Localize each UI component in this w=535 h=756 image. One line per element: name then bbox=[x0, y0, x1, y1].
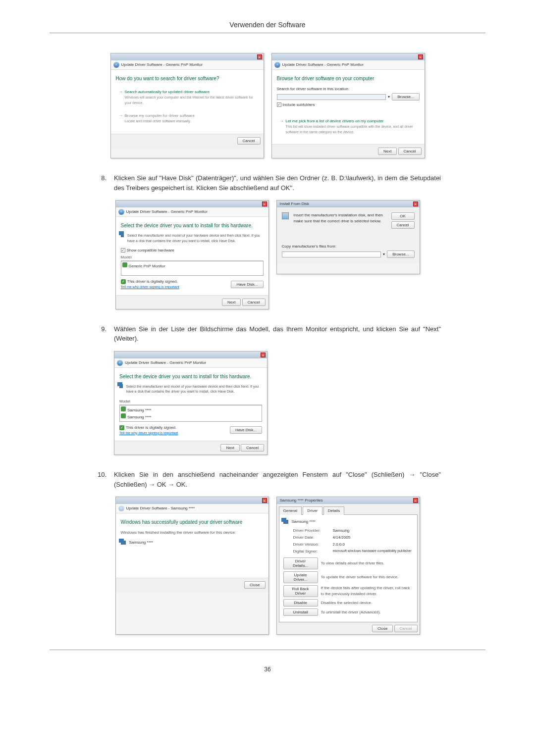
model-item: Samsung **** bbox=[127, 415, 151, 419]
dialog-heading: Windows has successfully updated your dr… bbox=[121, 518, 264, 526]
sub-text: Windows has finished installing the driv… bbox=[121, 530, 264, 536]
monitor-icon bbox=[283, 520, 288, 524]
device-icon bbox=[122, 262, 127, 267]
screenshot-row-3: × ‹ Update Driver Software - Generic PnP… bbox=[50, 351, 485, 455]
option-auto-search[interactable]: → Search automatically for updated drive… bbox=[116, 86, 259, 108]
desc: Disables the selected device. bbox=[321, 600, 413, 606]
rollback-button[interactable]: Roll Back Driver bbox=[283, 585, 318, 597]
close-icon[interactable]: × bbox=[257, 54, 262, 59]
label: Digital Signer: bbox=[293, 549, 333, 554]
desc: To uninstall the driver (Advanced). bbox=[321, 609, 413, 615]
nav-bar: ‹ Update Driver Software - Samsung **** bbox=[116, 504, 268, 513]
search-label: Search for driver software in this locat… bbox=[277, 86, 420, 92]
monitor-icon bbox=[119, 384, 123, 388]
step-9: 9. Wählen Sie in der Liste der Bildschir… bbox=[50, 324, 485, 344]
signed-text: This driver is digitally signed. bbox=[126, 425, 176, 430]
path-input[interactable] bbox=[277, 94, 386, 100]
titlebar: Install From Disk × bbox=[277, 201, 420, 207]
cancel-button[interactable]: Cancel bbox=[391, 221, 415, 229]
back-icon[interactable]: ‹ bbox=[113, 62, 119, 68]
back-icon[interactable]: ‹ bbox=[117, 360, 123, 366]
back-icon[interactable]: ‹ bbox=[274, 62, 280, 68]
option-title: Search automatically for updated driver … bbox=[125, 89, 256, 95]
option-desc: Locate and install driver software manua… bbox=[125, 119, 195, 124]
update-driver-button[interactable]: Update Driver... bbox=[283, 571, 318, 583]
uninstall-button[interactable]: Uninstall bbox=[283, 608, 318, 616]
browse-button[interactable]: Browse... bbox=[387, 251, 414, 258]
browse-button[interactable]: Browse... bbox=[392, 93, 419, 101]
screenshot-row-2: × ‹ Update Driver Software - Generic PnP… bbox=[50, 200, 485, 309]
dialog-select-driver-2: × ‹ Update Driver Software - Generic PnP… bbox=[114, 351, 268, 455]
dialog-title: Update Driver Software - Generic PnP Mon… bbox=[125, 360, 206, 366]
page-number: 36 bbox=[50, 665, 485, 674]
close-icon[interactable]: × bbox=[262, 498, 267, 503]
signing-link[interactable]: Tell me why driver signing is important bbox=[119, 431, 178, 436]
option-title: Browse my computer for driver software bbox=[125, 113, 195, 119]
cancel-button[interactable]: Cancel bbox=[398, 148, 422, 155]
desc: To update the driver software for this d… bbox=[321, 574, 413, 580]
label: Driver Version: bbox=[293, 542, 333, 548]
titlebar: × bbox=[111, 53, 264, 60]
dialog-title: Update Driver Software - Samsung **** bbox=[126, 505, 195, 511]
close-icon[interactable]: × bbox=[262, 202, 267, 206]
dialog-title: Update Driver Software - Generic PnP Mon… bbox=[126, 209, 208, 215]
close-icon[interactable]: × bbox=[418, 54, 423, 59]
driver-details-button[interactable]: Driver Details... bbox=[283, 557, 318, 569]
model-list[interactable]: Generic PnP Monitor bbox=[121, 261, 264, 276]
tab-general[interactable]: General bbox=[279, 506, 302, 515]
value: microsoft windows hardware compatibility… bbox=[333, 549, 412, 554]
screenshot-row-4: × ‹ Update Driver Software - Samsung ***… bbox=[50, 497, 485, 635]
cancel-button[interactable]: Cancel bbox=[241, 444, 264, 452]
dialog-properties: Samsung **** Properties × General Driver… bbox=[276, 497, 420, 635]
disable-button[interactable]: Disable bbox=[283, 599, 318, 606]
label: Driver Provider: bbox=[293, 528, 333, 534]
cancel-button[interactable]: Cancel bbox=[242, 299, 266, 306]
cancel-button[interactable]: Cancel bbox=[394, 625, 418, 632]
close-icon[interactable]: × bbox=[413, 498, 418, 503]
device-icon bbox=[121, 406, 126, 411]
have-disk-button[interactable]: Have Disk... bbox=[231, 281, 263, 288]
desc: To view details about the driver files. bbox=[321, 560, 413, 566]
nav-bar: ‹ Update Driver Software - Generic PnP M… bbox=[111, 60, 264, 70]
back-icon[interactable]: ‹ bbox=[118, 209, 124, 215]
compat-checkbox[interactable]: ✓ bbox=[121, 248, 125, 252]
signing-link[interactable]: Tell me why driver signing is important bbox=[121, 285, 179, 290]
dialog-title: Install From Disk bbox=[278, 201, 310, 207]
shield-icon: ✓ bbox=[119, 425, 124, 430]
ok-button[interactable]: OK bbox=[391, 212, 415, 220]
model-list[interactable]: Samsung **** Samsung **** bbox=[119, 405, 262, 422]
model-item: Samsung **** bbox=[127, 408, 151, 412]
tab-driver[interactable]: Driver bbox=[303, 506, 322, 515]
instruction-text: Select the manufacturer and model of you… bbox=[127, 233, 264, 244]
dialog-heading: Select the device driver you want to ins… bbox=[121, 222, 264, 229]
option-pick-list[interactable]: → Let me pick from a list of device driv… bbox=[277, 115, 420, 138]
close-button[interactable]: Close bbox=[372, 625, 393, 632]
disk-icon bbox=[282, 212, 289, 219]
next-button[interactable]: Next bbox=[222, 299, 241, 306]
step-number: 8. bbox=[94, 173, 114, 193]
option-browse[interactable]: → Browse my computer for driver software… bbox=[116, 110, 259, 127]
next-button[interactable]: Next bbox=[220, 444, 239, 452]
dialog-success: × ‹ Update Driver Software - Samsung ***… bbox=[115, 497, 269, 635]
have-disk-button[interactable]: Have Disk... bbox=[230, 426, 262, 434]
path-input[interactable] bbox=[282, 252, 381, 257]
model-label: Model bbox=[119, 399, 262, 405]
include-subfolders-checkbox[interactable]: ✓ bbox=[277, 102, 281, 107]
value: 4/14/2005 bbox=[333, 535, 351, 541]
cancel-button[interactable]: Cancel bbox=[237, 137, 261, 145]
step-10: 10. Klicken Sie in den anschießend nache… bbox=[50, 470, 485, 489]
tab-details[interactable]: Details bbox=[323, 506, 344, 515]
step-number: 10. bbox=[94, 470, 114, 489]
label: Driver Date: bbox=[293, 535, 333, 541]
next-button[interactable]: Next bbox=[378, 148, 397, 155]
close-button[interactable]: Close bbox=[244, 581, 265, 589]
close-icon[interactable]: × bbox=[261, 353, 266, 357]
dialog-title: Samsung **** Properties bbox=[278, 498, 323, 504]
close-icon[interactable]: × bbox=[413, 202, 418, 206]
instruction-text: Select the manufacturer and model of you… bbox=[126, 384, 263, 395]
screenshot-row-1: × ‹ Update Driver Software - Generic PnP… bbox=[50, 53, 485, 158]
header-line bbox=[50, 33, 485, 33]
include-label: Include subfolders bbox=[283, 102, 315, 107]
option-title: Let me pick from a list of device driver… bbox=[286, 118, 417, 124]
shield-icon: ✓ bbox=[121, 279, 126, 284]
